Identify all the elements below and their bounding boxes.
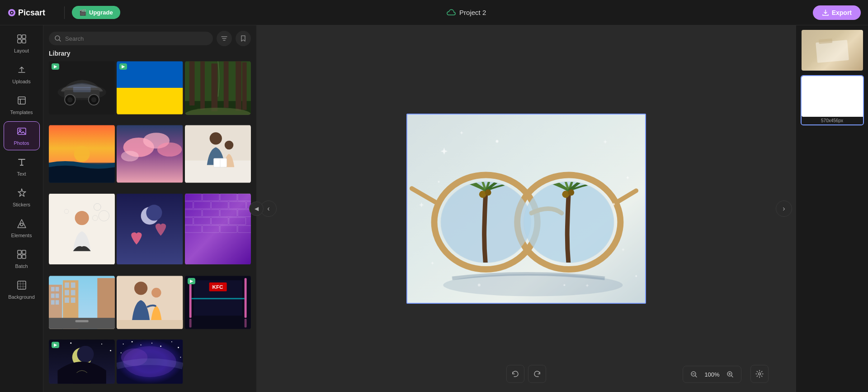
video-badge-3: ▶ <box>188 278 195 284</box>
svg-point-39 <box>74 146 90 162</box>
zoom-controls: 100% <box>683 366 741 383</box>
panel-search <box>43 25 256 50</box>
thumb-1-icon <box>814 37 850 64</box>
canvas-area: ‹ <box>257 25 796 392</box>
photo-cell-mother-child-2[interactable] <box>117 275 183 330</box>
upgrade-icon: 🎬 <box>79 9 86 16</box>
photo-cell-man-bubbles[interactable] <box>49 193 115 265</box>
sunset-beach-image <box>49 124 115 183</box>
svg-point-60 <box>146 205 162 221</box>
sidebar-item-photos[interactable]: Photos <box>4 121 40 150</box>
layout-icon <box>17 34 27 46</box>
svg-rect-16 <box>22 255 26 258</box>
svg-rect-26 <box>73 87 91 92</box>
svg-rect-58 <box>117 194 183 264</box>
zoom-out-icon <box>690 371 698 378</box>
svg-point-122 <box>77 346 94 363</box>
sidebar-photos-label: Photos <box>14 140 29 146</box>
svg-rect-13 <box>18 250 21 254</box>
svg-rect-94 <box>65 290 69 295</box>
undo-button[interactable] <box>506 365 524 383</box>
svg-rect-4 <box>18 35 21 38</box>
svg-rect-17 <box>18 281 26 289</box>
photo-cell-mother-child[interactable] <box>185 124 251 183</box>
svg-rect-7 <box>22 39 26 43</box>
panel-collapse-button[interactable]: ◀ <box>249 201 264 216</box>
svg-point-151 <box>563 284 565 286</box>
canvas-image[interactable] <box>406 114 646 304</box>
svg-point-12 <box>20 223 23 226</box>
svg-rect-92 <box>65 282 69 288</box>
header-center: Project 2 <box>447 8 486 17</box>
bookmark-icon <box>240 35 247 42</box>
svg-point-126 <box>123 344 124 344</box>
zoom-in-icon <box>726 371 734 378</box>
mother-child-image <box>185 124 251 183</box>
photo-cell-neon-street[interactable]: ▶ KFC <box>185 275 251 330</box>
photo-cell-forest[interactable] <box>185 61 251 115</box>
filter-button[interactable] <box>217 31 232 46</box>
pink-clouds-image <box>117 124 183 183</box>
svg-point-23 <box>67 97 73 102</box>
svg-point-152 <box>613 203 615 206</box>
svg-rect-14 <box>22 250 26 254</box>
sidebar-item-layout[interactable]: Layout <box>4 29 40 58</box>
svg-rect-93 <box>71 282 75 288</box>
templates-icon <box>17 96 27 108</box>
settings-button[interactable] <box>750 365 769 383</box>
forest-image <box>185 61 251 115</box>
svg-point-153 <box>438 181 439 182</box>
zoom-out-button[interactable] <box>688 368 700 381</box>
upgrade-button[interactable]: 🎬 Upgrade <box>72 6 120 19</box>
photo-cell-pink-clouds[interactable] <box>117 124 183 183</box>
zoom-in-button[interactable] <box>724 368 736 381</box>
video-badge: ▶ <box>52 63 59 70</box>
photo-cell-space[interactable] <box>117 339 183 384</box>
thumb-card-2[interactable]: 570x456px <box>801 75 864 125</box>
photo-cell-moon-2[interactable]: ▶ <box>49 339 115 384</box>
uploads-icon <box>17 65 27 77</box>
sidebar-item-batch[interactable]: Batch <box>4 244 40 273</box>
search-input[interactable] <box>65 35 208 42</box>
filter-icon <box>221 35 228 42</box>
svg-rect-113 <box>189 319 191 328</box>
svg-rect-52 <box>49 194 115 264</box>
photo-cell-ukraine-flag[interactable]: ▶ <box>117 61 183 115</box>
svg-rect-31 <box>189 61 194 105</box>
svg-point-128 <box>141 344 142 345</box>
sidebar-item-stickers[interactable]: Stickers <box>4 183 40 212</box>
svg-rect-97 <box>71 297 75 303</box>
header-left: Picsart 🎬 Upgrade <box>7 6 120 19</box>
logo: Picsart <box>7 6 57 19</box>
settings-icon <box>755 370 764 378</box>
photo-cell-street[interactable] <box>49 275 115 330</box>
photo-cell-sunset-beach[interactable] <box>49 124 115 183</box>
export-button[interactable]: Export <box>813 5 861 20</box>
search-icon <box>54 35 61 42</box>
street-image <box>49 275 115 330</box>
sidebar-item-background[interactable]: Background <box>4 275 40 304</box>
background-icon <box>17 280 27 292</box>
svg-point-53 <box>75 211 89 225</box>
svg-point-145 <box>485 189 491 196</box>
sidebar-item-uploads[interactable]: Uploads <box>4 60 40 89</box>
svg-rect-6 <box>18 39 21 43</box>
photo-cell-brick-wall[interactable] <box>185 193 251 265</box>
photo-cell-moon-clouds[interactable] <box>117 193 183 265</box>
svg-rect-95 <box>71 290 75 295</box>
right-panel: 570x456px <box>796 25 868 392</box>
bookmark-button[interactable] <box>236 31 251 46</box>
sidebar-item-templates[interactable]: Templates <box>4 91 40 120</box>
thumb-card-1[interactable] <box>801 29 864 72</box>
svg-rect-85 <box>51 287 55 291</box>
sidebar-item-text[interactable]: Text <box>4 152 40 181</box>
redo-button[interactable] <box>528 365 546 383</box>
canvas-next-button[interactable]: › <box>776 201 792 217</box>
sidebar-text-label: Text <box>17 171 26 177</box>
sidebar-item-elements[interactable]: Elements <box>4 214 40 243</box>
photo-cell-car[interactable]: ▶ <box>49 61 115 115</box>
thumb-empty-canvas <box>802 76 864 117</box>
svg-rect-33 <box>211 63 217 111</box>
logo-icon: Picsart <box>7 6 57 19</box>
svg-rect-61 <box>185 194 251 264</box>
